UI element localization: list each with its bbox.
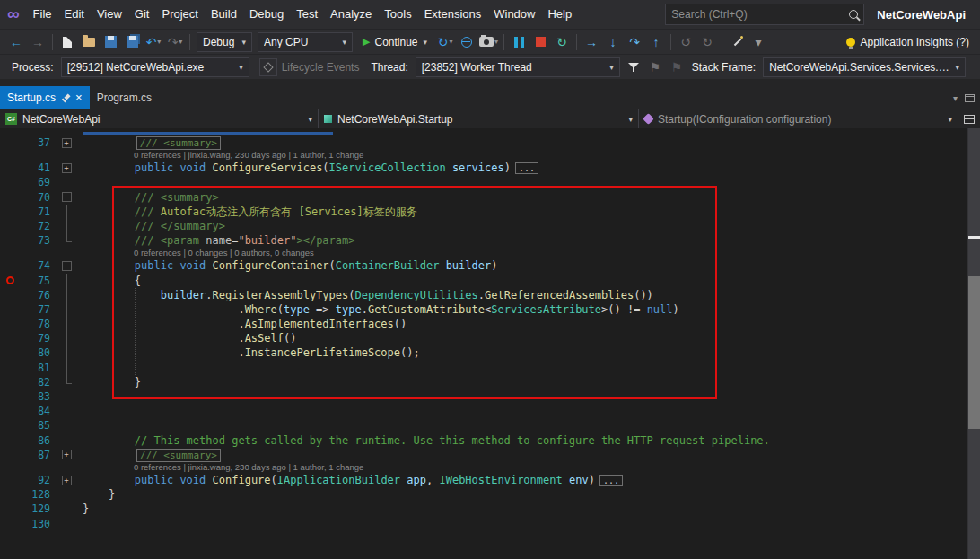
flag-icon[interactable]: ⚑ bbox=[644, 57, 666, 78]
breakpoint-margin[interactable] bbox=[0, 502, 20, 516]
restart-icon[interactable]: ↻▾ bbox=[434, 31, 456, 53]
code-content[interactable] bbox=[77, 175, 980, 189]
step-into-icon[interactable]: ↓ bbox=[602, 31, 624, 53]
menu-edit[interactable]: Edit bbox=[58, 0, 91, 29]
breakpoint-margin[interactable] bbox=[0, 219, 20, 233]
breakpoint-margin[interactable] bbox=[0, 233, 20, 248]
pin-icon[interactable] bbox=[61, 93, 70, 102]
code-content[interactable]: /// <summary> bbox=[77, 448, 980, 462]
breakpoint-margin[interactable] bbox=[0, 433, 20, 448]
menu-file[interactable]: File bbox=[27, 0, 58, 29]
screenshot-camera-icon[interactable]: ▾ bbox=[477, 31, 500, 53]
fold-margin[interactable] bbox=[56, 331, 77, 345]
breakpoint-margin[interactable] bbox=[0, 345, 20, 360]
platform-dropdown[interactable]: Any CPU▾ bbox=[258, 32, 353, 52]
application-insights-button[interactable]: Application Insights (?) bbox=[846, 36, 980, 48]
code-content[interactable] bbox=[77, 404, 980, 418]
menu-window[interactable]: Window bbox=[487, 0, 541, 29]
fold-expand-icon[interactable]: + bbox=[62, 476, 72, 485]
breakpoint-margin[interactable] bbox=[0, 190, 20, 205]
code-content[interactable]: } bbox=[77, 375, 980, 389]
split-editor-control[interactable] bbox=[958, 109, 980, 128]
breakpoint-margin[interactable] bbox=[0, 128, 20, 135]
menu-git[interactable]: Git bbox=[128, 0, 156, 29]
restart-debug-icon[interactable]: ↻ bbox=[551, 31, 573, 53]
process-dropdown[interactable]: [29512] NetCoreWebApi.exe ▾ bbox=[61, 57, 249, 77]
code-content[interactable] bbox=[77, 389, 980, 404]
stack-frame-dropdown[interactable]: NetCoreWebApi.Services.Services.Syst ▾ bbox=[763, 57, 966, 77]
menu-tools[interactable]: Tools bbox=[378, 0, 417, 29]
codelens-text[interactable]: 0 references | jinxia.wang, 230 days ago… bbox=[77, 462, 980, 473]
code-content[interactable] bbox=[77, 418, 980, 432]
navigate-back-icon[interactable]: ← bbox=[5, 31, 27, 53]
fold-margin[interactable]: + bbox=[56, 161, 77, 175]
save-icon[interactable] bbox=[100, 31, 121, 53]
curved-arrow-right-icon[interactable]: ↻ bbox=[696, 31, 718, 53]
stop-icon[interactable] bbox=[529, 31, 551, 53]
breakpoint-margin[interactable] bbox=[0, 331, 20, 345]
code-content[interactable]: /// <summary> bbox=[77, 190, 980, 205]
code-content[interactable] bbox=[77, 361, 980, 375]
code-editor[interactable]: 37+ /// <summary>0 references | jinxia.w… bbox=[0, 128, 980, 559]
breakpoint-margin[interactable] bbox=[0, 248, 20, 258]
menu-test[interactable]: Test bbox=[290, 0, 324, 29]
menu-help[interactable]: Help bbox=[541, 0, 578, 29]
fold-expand-icon[interactable]: + bbox=[62, 138, 72, 148]
fold-margin[interactable] bbox=[56, 517, 77, 531]
fold-expand-icon[interactable]: + bbox=[62, 450, 72, 459]
fold-margin[interactable] bbox=[56, 404, 77, 418]
breakpoint-margin[interactable] bbox=[0, 317, 20, 331]
menu-project[interactable]: Project bbox=[155, 0, 204, 29]
breakpoint-margin[interactable] bbox=[0, 288, 20, 302]
fold-margin[interactable] bbox=[56, 317, 77, 331]
fold-margin[interactable] bbox=[56, 205, 77, 219]
redo-icon[interactable]: ↷▾ bbox=[164, 31, 186, 53]
breakpoint-margin[interactable] bbox=[0, 274, 20, 288]
breakpoint-margin[interactable] bbox=[0, 473, 20, 487]
project-dropdown[interactable]: C# NetCoreWebApi ▾ bbox=[0, 109, 319, 128]
lifecycle-events-button[interactable]: Lifecycle Events bbox=[259, 58, 360, 76]
menu-build[interactable]: Build bbox=[205, 0, 243, 29]
configuration-dropdown[interactable]: Debug▾ bbox=[197, 32, 252, 52]
code-content[interactable]: public void ConfigureContainer(Container… bbox=[77, 258, 980, 273]
curved-arrow-left-icon[interactable]: ↺ bbox=[675, 31, 696, 53]
code-content[interactable]: /// <param name="builder"></param> bbox=[77, 233, 980, 248]
code-content[interactable] bbox=[77, 517, 980, 531]
fold-margin[interactable] bbox=[56, 288, 77, 302]
breakpoint-margin[interactable] bbox=[0, 135, 20, 150]
code-content[interactable]: /// <summary> bbox=[77, 135, 980, 150]
step-out-icon[interactable]: ↑ bbox=[645, 31, 667, 53]
type-dropdown[interactable]: NetCoreWebApi.Startup ▾ bbox=[319, 109, 639, 128]
fold-margin[interactable]: + bbox=[56, 473, 77, 487]
code-content[interactable] bbox=[77, 128, 980, 135]
fold-margin[interactable] bbox=[56, 150, 77, 161]
fold-margin[interactable] bbox=[56, 302, 77, 317]
code-content[interactable]: /// Autofac动态注入所有含有 [Services]标签的服务 bbox=[77, 205, 980, 219]
breakpoint-margin[interactable] bbox=[0, 389, 20, 404]
menu-debug[interactable]: Debug bbox=[243, 0, 290, 29]
fold-margin[interactable]: + bbox=[56, 135, 77, 150]
code-content[interactable]: .AsSelf() bbox=[77, 331, 980, 345]
fold-margin[interactable] bbox=[56, 219, 77, 233]
codelens-text[interactable]: 0 references | jinxia.wang, 230 days ago… bbox=[77, 150, 980, 161]
open-file-icon[interactable] bbox=[78, 31, 100, 53]
code-content[interactable]: .Where(type => type.GetCustomAttribute<S… bbox=[77, 302, 980, 317]
code-content[interactable]: } bbox=[77, 487, 980, 502]
navigate-forward-icon[interactable]: → bbox=[27, 31, 48, 53]
code-content[interactable]: .AsImplementedInterfaces() bbox=[77, 317, 980, 331]
menu-view[interactable]: View bbox=[91, 0, 128, 29]
code-content[interactable]: { bbox=[77, 274, 980, 288]
breakpoint-margin[interactable] bbox=[0, 150, 20, 161]
menu-extensions[interactable]: Extensions bbox=[418, 0, 488, 29]
menu-analyze[interactable]: Analyze bbox=[324, 0, 378, 29]
fold-margin[interactable]: + bbox=[56, 448, 77, 462]
breakpoint-margin[interactable] bbox=[0, 418, 20, 432]
code-content[interactable]: public void ConfigureServices(IServiceCo… bbox=[77, 161, 980, 175]
scrollbar-thumb[interactable] bbox=[968, 276, 980, 429]
breakpoint-margin[interactable] bbox=[0, 375, 20, 389]
continue-button[interactable]: ▶Continue▾ bbox=[357, 31, 433, 53]
breakpoint-margin[interactable] bbox=[0, 205, 20, 219]
vertical-scrollbar[interactable] bbox=[967, 128, 980, 559]
breakpoint-margin[interactable] bbox=[0, 161, 20, 175]
undo-icon[interactable]: ↶▾ bbox=[143, 31, 164, 53]
